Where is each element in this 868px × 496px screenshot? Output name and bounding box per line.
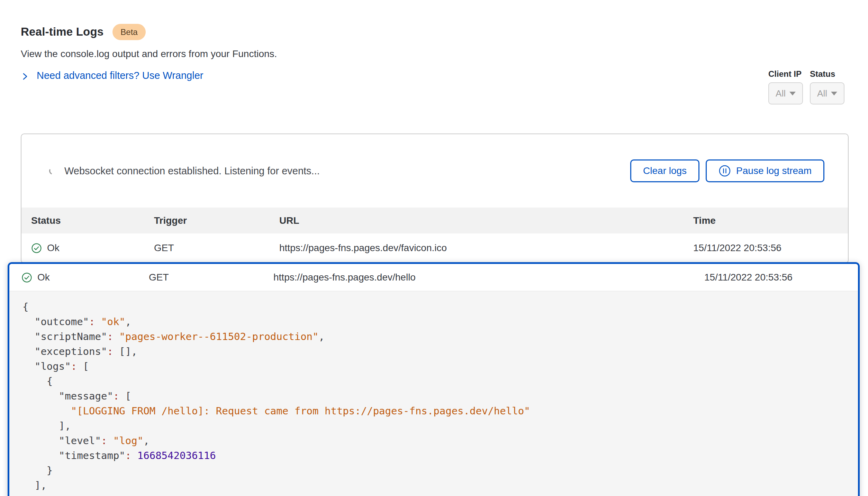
status-filter: Status All (810, 69, 844, 104)
page-title: Real-time Logs (21, 25, 103, 38)
clear-logs-label: Clear logs (643, 165, 687, 176)
status-cell: Ok (31, 242, 154, 254)
column-header-time: Time (693, 215, 848, 226)
status-ok-icon (21, 272, 32, 283)
status-ok-icon (31, 243, 42, 254)
filters-group: Client IP All Status All (768, 69, 844, 104)
page-header: Real-time Logs Beta (21, 24, 849, 40)
caret-down-icon (789, 92, 796, 95)
pause-log-stream-label: Pause log stream (736, 165, 812, 176)
spinner-icon (48, 166, 57, 175)
websocket-status: Websocket connection established. Listen… (48, 165, 630, 177)
url-cell: https://pages-fns.pages.dev/hello (273, 272, 704, 283)
realtime-logs-page: Real-time Logs Beta View the console.log… (0, 0, 868, 496)
status-filter-dropdown[interactable]: All (810, 82, 844, 104)
log-table-header: Status Trigger URL Time (21, 208, 848, 233)
time-cell: 15/11/2022 20:53:56 (693, 242, 848, 254)
logs-panel: Websocket connection established. Listen… (21, 134, 849, 264)
trigger-cell: GET (154, 242, 279, 254)
log-actions: Clear logs Pause log stream (630, 159, 824, 182)
client-ip-filter-dropdown[interactable]: All (768, 82, 803, 104)
wrangler-link[interactable]: Need advanced filters? Use Wrangler (21, 69, 203, 81)
table-row[interactable]: Ok GET https://pages-fns.pages.dev/favic… (21, 233, 848, 263)
log-detail-code: { "outcome": "ok", "scriptName": "pages-… (9, 291, 858, 496)
client-ip-filter: Client IP All (768, 69, 803, 104)
url-cell: https://pages-fns.pages.dev/favicon.ico (279, 242, 693, 254)
caret-down-icon (831, 92, 837, 95)
time-cell: 15/11/2022 20:53:56 (704, 272, 858, 283)
wrangler-link-label: Need advanced filters? Use Wrangler (37, 70, 203, 81)
column-header-url: URL (279, 215, 693, 226)
websocket-status-text: Websocket connection established. Listen… (64, 165, 320, 177)
status-filter-label: Status (810, 69, 844, 79)
pause-icon (718, 165, 731, 177)
chevron-right-icon (21, 72, 29, 80)
log-table-body: Ok GET https://pages-fns.pages.dev/favic… (21, 233, 848, 263)
client-ip-filter-label: Client IP (768, 69, 803, 79)
pause-log-stream-button[interactable]: Pause log stream (706, 159, 824, 182)
client-ip-filter-value: All (776, 88, 786, 99)
clear-logs-button[interactable]: Clear logs (630, 159, 699, 182)
status-cell: Ok (21, 272, 149, 283)
column-header-status: Status (31, 215, 154, 226)
expanded-log-row[interactable]: Ok GET https://pages-fns.pages.dev/hello… (9, 264, 858, 291)
status-filter-value: All (817, 88, 827, 99)
websocket-status-row: Websocket connection established. Listen… (21, 134, 848, 208)
status-label: Ok (37, 272, 50, 283)
page-subtitle: View the console.log output and errors f… (21, 48, 849, 59)
column-header-trigger: Trigger (154, 215, 279, 226)
expanded-log-panel: Ok GET https://pages-fns.pages.dev/hello… (8, 262, 860, 496)
beta-badge: Beta (112, 24, 145, 40)
status-label: Ok (47, 242, 60, 254)
filter-row: Need advanced filters? Use Wrangler Clie… (21, 69, 849, 104)
trigger-cell: GET (149, 272, 273, 283)
